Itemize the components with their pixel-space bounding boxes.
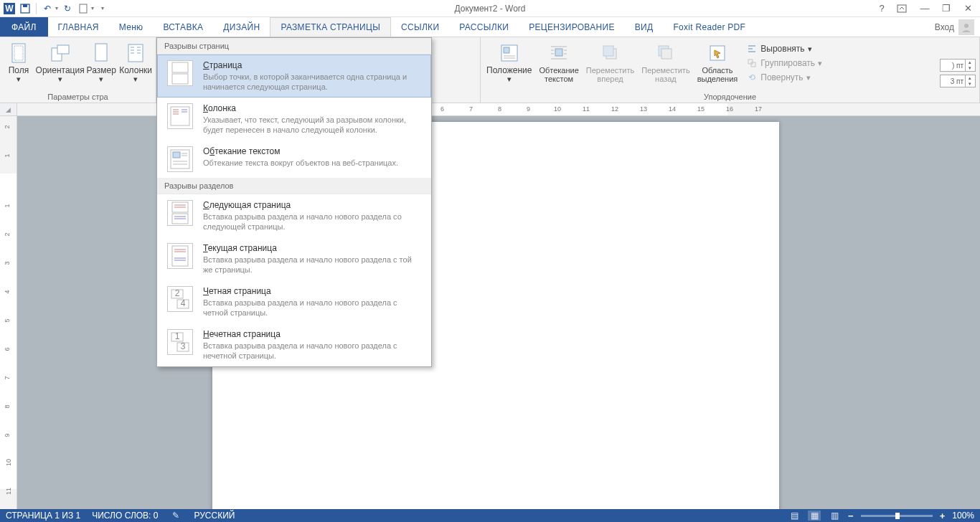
svg-rect-51: [173, 152, 180, 158]
svg-text:1: 1: [175, 331, 180, 341]
print-layout-icon[interactable]: ▦: [808, 511, 821, 521]
size-button[interactable]: Размер▾: [85, 40, 117, 85]
ruler-corner: ◢: [0, 103, 17, 115]
bring-forward-button[interactable]: Переместить вперед: [583, 40, 637, 85]
page-indicator[interactable]: СТРАНИЦА 1 ИЗ 1: [6, 511, 80, 521]
group-arrange: Положение▾ Обтекание текстом Переместить…: [481, 37, 980, 103]
svg-rect-43: [172, 74, 188, 84]
tab-page-layout[interactable]: РАЗМЕТКА СТРАНИЦЫ: [270, 17, 391, 37]
close-icon[interactable]: ✕: [961, 3, 974, 14]
svg-rect-42: [172, 62, 188, 72]
align-button[interactable]: Выровнять ▾: [742, 42, 826, 56]
svg-rect-62: [172, 246, 188, 266]
avatar-icon: [958, 19, 974, 35]
group-page-setup: Поля▾ Ориентация▾ Размер▾ Колонки▾ Парам…: [0, 37, 156, 103]
workspace: 21 1234567891011: [0, 116, 980, 509]
tab-mailings[interactable]: РАССЫЛКИ: [449, 17, 519, 37]
word-icon: W: [3, 2, 16, 15]
horizontal-ruler[interactable]: ◢ 67891011121314151617: [0, 103, 980, 116]
even-page-icon: 24: [167, 286, 193, 312]
tab-view[interactable]: ВИД: [625, 17, 664, 37]
svg-rect-40: [748, 60, 753, 64]
read-mode-icon[interactable]: ▤: [788, 511, 801, 521]
break-page[interactable]: СтраницаВыбор точки, в которой заканчива…: [157, 54, 431, 98]
web-layout-icon[interactable]: ▥: [828, 511, 841, 521]
svg-rect-41: [751, 62, 755, 67]
page-break-icon: [167, 60, 193, 86]
separator: [36, 3, 37, 14]
tab-menu[interactable]: Меню: [109, 17, 154, 37]
position-button[interactable]: Положение▾: [484, 40, 534, 85]
selection-pane-button[interactable]: Область выделения: [694, 40, 741, 85]
zoom-slider[interactable]: [861, 515, 933, 517]
tab-file[interactable]: ФАЙЛ: [0, 17, 48, 37]
group-objects-button[interactable]: Группировать ▾: [742, 56, 826, 70]
spacing-after[interactable]: 3 пт▴▾: [940, 75, 976, 87]
undo-icon[interactable]: ↶: [41, 2, 54, 15]
wrap-text-button[interactable]: Обтекание текстом: [536, 40, 581, 85]
svg-rect-25: [555, 49, 562, 56]
svg-text:W: W: [5, 4, 14, 14]
section-continuous[interactable]: Текущая страницаВставка разрыва раздела …: [157, 237, 431, 280]
zoom-out-button[interactable]: −: [848, 511, 854, 521]
ribbon: Поля▾ Ориентация▾ Размер▾ Колонки▾ Парам…: [0, 37, 980, 103]
svg-rect-3: [23, 4, 27, 7]
column-break-icon: [167, 103, 193, 129]
send-backward-button[interactable]: Переместить назад: [639, 40, 692, 85]
statusbar: СТРАНИЦА 1 ИЗ 1 ЧИСЛО СЛОВ: 0 ✎ РУССКИЙ …: [0, 509, 980, 522]
quick-access-toolbar: W ↶▾ ↻ ▾ ▾: [0, 2, 107, 15]
word-count[interactable]: ЧИСЛО СЛОВ: 0: [92, 511, 158, 521]
next-page-icon: [167, 200, 193, 226]
section-next-page[interactable]: Следующая страницаВставка разрыва раздел…: [157, 194, 431, 237]
tab-review[interactable]: РЕЦЕНЗИРОВАНИЕ: [519, 17, 625, 37]
ribbon-tabs: ФАЙЛ ГЛАВНАЯ Меню ВСТАВКА ДИЗАЙН РАЗМЕТК…: [0, 17, 980, 37]
tab-references[interactable]: ССЫЛКИ: [391, 17, 449, 37]
save-icon[interactable]: [19, 2, 32, 15]
window-controls: ? — ❐ ✕: [875, 3, 980, 14]
sign-in[interactable]: Вход: [935, 17, 980, 37]
odd-page-icon: 13: [167, 329, 193, 355]
svg-rect-10: [57, 45, 69, 54]
spellcheck-icon[interactable]: ✎: [169, 511, 182, 521]
tab-foxit[interactable]: Foxit Reader PDF: [663, 17, 755, 37]
break-text-wrapping[interactable]: Обтекание текстомОбтекание текста вокруг…: [157, 141, 431, 178]
minimize-icon[interactable]: —: [918, 3, 931, 14]
svg-rect-33: [603, 46, 613, 56]
qat-customize[interactable]: ▾: [101, 5, 104, 11]
orientation-button[interactable]: Ориентация▾: [36, 40, 84, 85]
section-even-page[interactable]: 24 Четная страницаВставка разрыва раздел…: [157, 280, 431, 323]
tab-insert[interactable]: ВСТАВКА: [153, 17, 213, 37]
columns-button[interactable]: Колонки▾: [118, 40, 153, 85]
svg-rect-11: [95, 44, 107, 61]
break-column[interactable]: КолонкаУказывает, что текст, следующий з…: [157, 98, 431, 141]
svg-text:3: 3: [181, 341, 186, 351]
svg-rect-4: [80, 4, 87, 13]
zoom-level[interactable]: 100%: [952, 511, 974, 521]
svg-text:2: 2: [175, 288, 180, 298]
tab-design[interactable]: ДИЗАЙН: [213, 17, 270, 37]
section-odd-page[interactable]: 13 Нечетная страницаВставка разрыва разд…: [157, 323, 431, 366]
svg-rect-22: [504, 47, 509, 53]
language-indicator[interactable]: РУССКИЙ: [194, 511, 235, 521]
svg-rect-35: [661, 49, 672, 59]
margins-button[interactable]: Поля▾: [3, 40, 34, 85]
new-doc-icon[interactable]: [77, 2, 90, 15]
breaks-dropdown: Разрывы страниц СтраницаВыбор точки, в к…: [156, 37, 432, 367]
rotate-button[interactable]: ⟲Повернуть ▾: [742, 70, 826, 85]
restore-icon[interactable]: ❐: [940, 3, 953, 14]
ribbon-display-icon[interactable]: [897, 4, 910, 13]
svg-rect-5: [897, 5, 906, 12]
titlebar: W ↶▾ ↻ ▾ ▾ Документ2 - Word ? — ❐ ✕: [0, 0, 980, 17]
vertical-ruler[interactable]: 21 1234567891011: [0, 116, 17, 509]
continuous-icon: [167, 243, 193, 269]
redo-icon[interactable]: ↻: [61, 2, 74, 15]
text-wrap-break-icon: [167, 146, 193, 172]
help-icon[interactable]: ?: [875, 3, 888, 14]
window-title: Документ2 - Word: [454, 4, 525, 14]
tab-home[interactable]: ГЛАВНАЯ: [48, 17, 109, 37]
svg-text:4: 4: [181, 298, 186, 308]
zoom-in-button[interactable]: +: [940, 511, 946, 521]
spacing-before[interactable]: ) пт▴▾: [940, 59, 976, 72]
svg-point-6: [964, 24, 969, 28]
